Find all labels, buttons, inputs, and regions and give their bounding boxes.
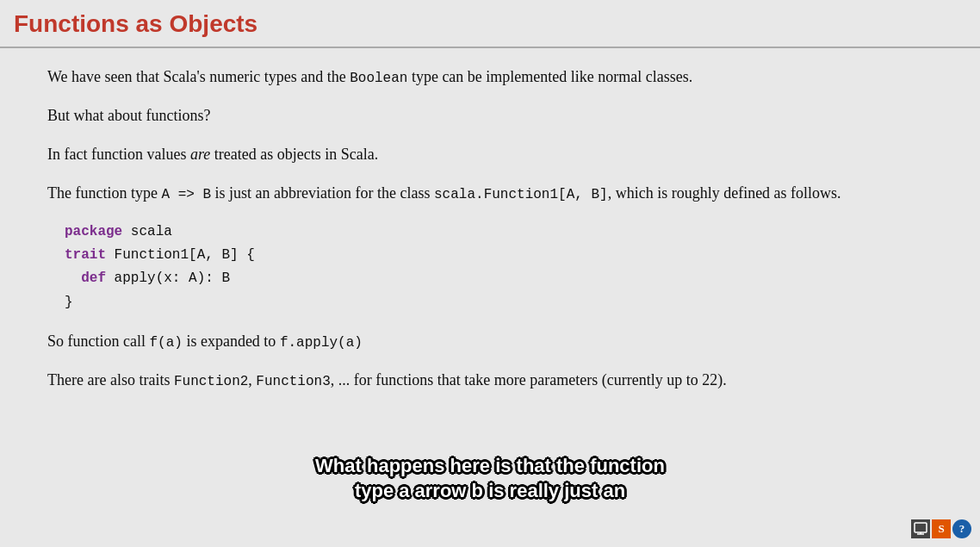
paragraph-2: But what about functions?	[47, 104, 933, 127]
svg-rect-0	[915, 523, 927, 532]
corner-icons: S ?	[911, 519, 971, 538]
slide-container: Functions as Objects We have seen that S…	[0, 0, 980, 547]
help-icon[interactable]: ?	[952, 519, 971, 538]
code-block: package scala trait Function1[A, B] { de…	[65, 221, 933, 314]
paragraph-1: We have seen that Scala's numeric types …	[47, 65, 933, 89]
title-text: Functions as Objects	[14, 10, 257, 37]
paragraph-3: In fact function values are treated as o…	[47, 143, 933, 166]
code-line-4: }	[65, 291, 933, 314]
code-line-3: def apply(x: A): B	[65, 267, 933, 290]
subtitle-line-1: What happens here is that the function	[163, 453, 817, 479]
paragraph-6: There are also traits Function2, Functio…	[47, 369, 933, 392]
s-icon[interactable]: S	[932, 519, 951, 538]
paragraph-4: The function type A => B is just an abbr…	[47, 182, 933, 205]
slide-content: We have seen that Scala's numeric types …	[0, 48, 980, 425]
paragraph-5: So function call f(a) is expanded to f.a…	[47, 330, 933, 353]
code-line-2: trait Function1[A, B] {	[65, 244, 933, 267]
subtitle-line-2: type a arrow b is really just an	[163, 478, 817, 504]
screenshot-icon	[911, 519, 930, 538]
code-line-1: package scala	[65, 221, 933, 244]
subtitle-overlay: What happens here is that the function t…	[163, 453, 817, 504]
slide-title: Functions as Objects	[0, 0, 980, 48]
